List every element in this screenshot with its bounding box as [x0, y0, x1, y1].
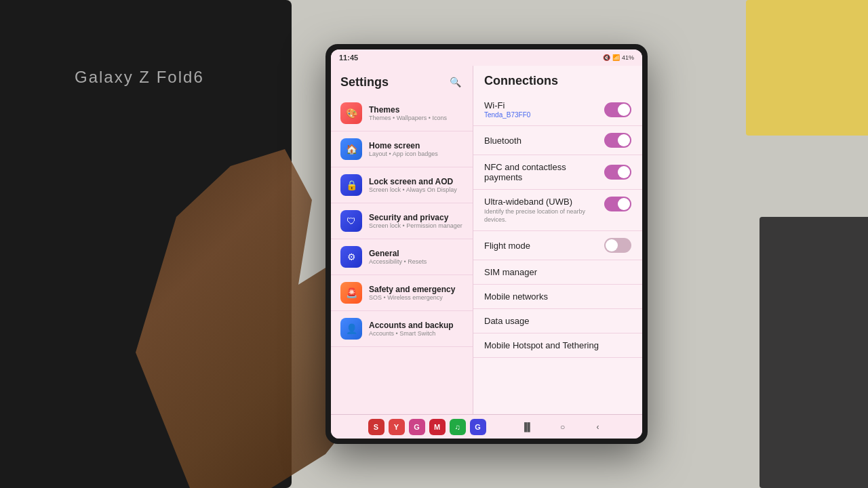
settings-icon-home_screen: 🏠	[340, 138, 362, 160]
settings-header: Settings 🔍	[331, 66, 473, 96]
settings-item-accounts[interactable]: 👤 Accounts and backup Accounts • Smart S…	[331, 311, 473, 347]
settings-item-title-safety: Safety and emergency	[369, 285, 463, 294]
back-button[interactable]: ‹	[591, 420, 606, 434]
screen-content: Settings 🔍 🎨 Themes Themes • Wallpapers …	[331, 66, 642, 414]
toggle-nfc[interactable]	[604, 165, 631, 180]
mute-icon: 🔇	[603, 54, 610, 61]
signal-icon: 📶	[612, 54, 620, 61]
conn-item-nfc[interactable]: NFC and contactless payments	[473, 155, 642, 190]
status-bar: 11:45 🔇 📶 41%	[331, 49, 642, 66]
settings-item-subtitle-security: Screen lock • Permission manager	[369, 222, 463, 229]
settings-item-text-safety: Safety and emergency SOS • Wireless emer…	[369, 285, 463, 301]
settings-icon-general: ⚙	[340, 246, 362, 268]
settings-item-text-general: General Accessibility • Resets	[369, 249, 463, 265]
settings-item-subtitle-accounts: Accounts • Smart Switch	[369, 330, 463, 337]
settings-item-themes[interactable]: 🎨 Themes Themes • Wallpapers • Icons	[331, 96, 473, 131]
right-accent	[746, 0, 868, 136]
conn-item-mobile_networks[interactable]: Mobile networks	[473, 285, 642, 309]
conn-item-text-flight_mode: Flight mode	[484, 241, 604, 251]
toggle-thumb-bluetooth	[618, 134, 630, 146]
conn-item-subtitle-wifi: Tenda_B73FF0	[484, 111, 604, 119]
settings-item-text-security: Security and privacy Screen lock • Permi…	[369, 213, 463, 229]
conn-item-sim_manager[interactable]: SIM manager	[473, 260, 642, 285]
status-time: 11:45	[339, 54, 358, 62]
connections-title: Connections	[484, 74, 631, 88]
uwb-text: Ultra-wideband (UWB) Identify the precis…	[484, 197, 599, 224]
uwb-desc: Identify the precise location of nearby …	[484, 208, 599, 224]
settings-item-text-home_screen: Home screen Layout • App icon badges	[369, 141, 463, 157]
conn-item-title-mobile_networks: Mobile networks	[484, 291, 631, 302]
conn-item-text-sim_manager: SIM manager	[484, 267, 631, 277]
settings-title: Settings	[340, 75, 389, 89]
connections-panel: Connections Wi-Fi Tenda_B73FF0 Bluetooth	[473, 66, 642, 414]
settings-item-title-accounts: Accounts and backup	[369, 321, 463, 330]
conn-item-text-bluetooth: Bluetooth	[484, 136, 604, 146]
settings-item-safety[interactable]: 🚨 Safety and emergency SOS • Wireless em…	[331, 275, 473, 311]
settings-item-security[interactable]: 🛡 Security and privacy Screen lock • Per…	[331, 203, 473, 239]
uwb-toggle-thumb	[618, 198, 630, 210]
dock-app-0[interactable]: S	[368, 419, 384, 435]
connections-header: Connections	[473, 66, 642, 94]
dock-app-3[interactable]: M	[429, 419, 446, 435]
toggle-thumb-wifi	[618, 104, 630, 116]
settings-item-text-accounts: Accounts and backup Accounts • Smart Swi…	[369, 321, 463, 337]
conn-item-hotspot[interactable]: Mobile Hotspot and Tethering	[473, 333, 642, 358]
settings-icon-lock_screen: 🔒	[340, 174, 362, 196]
recents-button[interactable]: ▐▌	[520, 420, 535, 434]
settings-icon-themes: 🎨	[340, 102, 362, 124]
conn-item-text-hotspot: Mobile Hotspot and Tethering	[484, 340, 631, 350]
conn-item-flight_mode[interactable]: Flight mode	[473, 231, 642, 260]
toggle-bluetooth[interactable]	[604, 133, 631, 148]
toggle-thumb-flight_mode	[606, 239, 618, 251]
dock-app-1[interactable]: Y	[389, 419, 405, 435]
settings-item-subtitle-themes: Themes • Wallpapers • Icons	[369, 115, 463, 121]
settings-item-home_screen[interactable]: 🏠 Home screen Layout • App icon badges	[331, 131, 473, 167]
nav-bar: SYGM♫G ▐▌ ○ ‹	[331, 414, 642, 439]
dock-app-5[interactable]: G	[470, 419, 486, 435]
dock-app-4[interactable]: ♫	[450, 419, 466, 435]
uwb-row: Ultra-wideband (UWB) Identify the precis…	[484, 197, 631, 224]
tablet-device: 11:45 🔇 📶 41% Settings 🔍 🎨 Themes Them	[326, 44, 648, 444]
conn-item-title-wifi: Wi-Fi	[484, 100, 604, 110]
settings-item-text-lock_screen: Lock screen and AOD Screen lock • Always…	[369, 177, 463, 193]
toggle-flight_mode[interactable]	[604, 238, 631, 253]
settings-panel: Settings 🔍 🎨 Themes Themes • Wallpapers …	[331, 66, 473, 414]
settings-icon-safety: 🚨	[340, 282, 362, 304]
conn-item-title-flight_mode: Flight mode	[484, 241, 604, 251]
settings-icon-security: 🛡	[340, 210, 362, 232]
conn-item-text-wifi: Wi-Fi Tenda_B73FF0	[484, 100, 604, 119]
brand-label: Galaxy Z Fold6	[75, 68, 204, 87]
settings-item-subtitle-home_screen: Layout • App icon badges	[369, 150, 463, 157]
settings-item-subtitle-safety: SOS • Wireless emergency	[369, 294, 463, 301]
settings-item-title-home_screen: Home screen	[369, 141, 463, 150]
settings-list: 🎨 Themes Themes • Wallpapers • Icons 🏠 H…	[331, 96, 473, 414]
settings-item-title-themes: Themes	[369, 105, 463, 115]
app-dock: SYGM♫G	[368, 419, 486, 435]
settings-item-title-general: General	[369, 249, 463, 258]
settings-item-title-security: Security and privacy	[369, 213, 463, 222]
conn-item-data_usage[interactable]: Data usage	[473, 309, 642, 333]
conn-item-text-mobile_networks: Mobile networks	[484, 291, 631, 302]
toggle-wifi[interactable]	[604, 102, 631, 117]
settings-item-text-themes: Themes Themes • Wallpapers • Icons	[369, 105, 463, 121]
home-button[interactable]: ○	[555, 420, 570, 434]
settings-item-general[interactable]: ⚙ General Accessibility • Resets	[331, 239, 473, 275]
dock-app-2[interactable]: G	[409, 419, 425, 435]
conn-item-title-hotspot: Mobile Hotspot and Tethering	[484, 340, 631, 350]
uwb-toggle[interactable]	[604, 197, 631, 211]
uwb-title: Ultra-wideband (UWB)	[484, 197, 599, 207]
conn-item-bluetooth[interactable]: Bluetooth	[473, 126, 642, 155]
conn-item-title-bluetooth: Bluetooth	[484, 136, 604, 146]
settings-item-title-lock_screen: Lock screen and AOD	[369, 177, 463, 186]
settings-item-lock_screen[interactable]: 🔒 Lock screen and AOD Screen lock • Alwa…	[331, 167, 473, 203]
search-button[interactable]: 🔍	[447, 74, 463, 90]
settings-item-subtitle-general: Accessibility • Resets	[369, 258, 463, 265]
settings-item-subtitle-lock_screen: Screen lock • Always On Display	[369, 186, 463, 193]
status-icons: 🔇 📶 41%	[603, 54, 634, 61]
conn-item-uwb[interactable]: Ultra-wideband (UWB) Identify the precis…	[473, 190, 642, 231]
conn-item-text-nfc: NFC and contactless payments	[484, 162, 604, 182]
settings-icon-accounts: 👤	[340, 318, 362, 340]
conn-item-wifi[interactable]: Wi-Fi Tenda_B73FF0	[473, 94, 642, 126]
conn-item-text-data_usage: Data usage	[484, 316, 631, 326]
battery-icon: 41%	[622, 54, 634, 61]
